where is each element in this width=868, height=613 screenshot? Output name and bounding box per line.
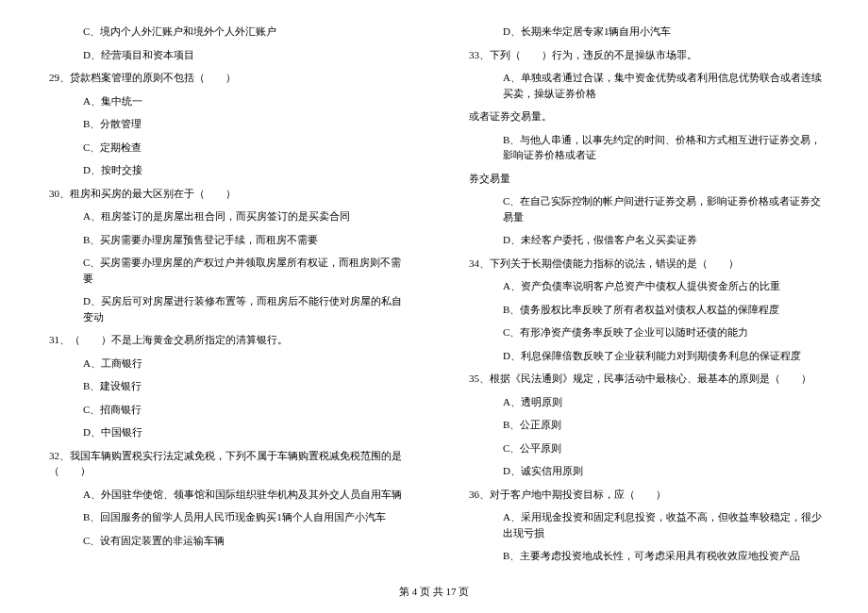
option-line: B、买房需要办理房屋预售登记手续，而租房不需要 xyxy=(38,232,410,248)
question-line: 31、（ ）不是上海黄金交易所指定的清算银行。 xyxy=(38,332,410,348)
option-line: A、租房签订的是房屋出租合同，而买房签订的是买卖合同 xyxy=(38,208,410,224)
option-line: A、透明原则 xyxy=(458,394,830,410)
option-line: D、长期来华定居专家1辆自用小汽车 xyxy=(458,24,830,40)
exam-page: C、境内个人外汇账户和境外个人外汇账户D、经营项目和资本项目29、贷款档案管理的… xyxy=(0,0,868,580)
option-line: A、资产负债率说明客户总资产中债权人提供资金所占的比重 xyxy=(458,278,830,294)
question-line: 35、根据《民法通则》规定，民事活动中最核心、最基本的原则是（ ） xyxy=(458,371,830,387)
page-footer: 第 4 页 共 17 页 xyxy=(0,580,868,599)
option-line: C、公平原则 xyxy=(458,440,830,456)
question-line: 33、下列（ ）行为，违反的不是操纵市场罪。 xyxy=(458,47,830,63)
option-line: A、采用现金投资和固定利息投资，收益不高，但收益率较稳定，很少出现亏损 xyxy=(458,509,830,540)
option-line: A、外国驻华使馆、领事馆和国际组织驻华机构及其外交人员自用车辆 xyxy=(38,487,410,503)
question-line: 29、贷款档案管理的原则不包括（ ） xyxy=(38,70,410,86)
option-line: D、经营项目和资本项目 xyxy=(38,47,410,63)
option-line: D、按时交接 xyxy=(38,162,410,178)
option-line: C、定期检查 xyxy=(38,140,410,156)
option-line: C、有形净资产债务率反映了企业可以随时还债的能力 xyxy=(458,324,830,340)
question-line: 30、租房和买房的最大区别在于（ ） xyxy=(38,186,410,202)
option-line: C、买房需要办理房屋的产权过户并领取房屋所有权证，而租房则不需要 xyxy=(38,255,410,286)
option-line: B、建设银行 xyxy=(38,378,410,394)
option-line: A、单独或者通过合谋，集中资金优势或者利用信息优势联合或者连续买卖，操纵证券价格 xyxy=(458,70,830,101)
continuation-line: 券交易量 xyxy=(458,171,830,187)
option-line: A、工商银行 xyxy=(38,356,410,372)
option-line: B、债务股权比率反映了所有者权益对债权人权益的保障程度 xyxy=(458,302,830,318)
option-line: D、利息保障倍数反映了企业获利能力对到期债务利息的保证程度 xyxy=(458,348,830,364)
option-line: C、设有固定装置的非运输车辆 xyxy=(38,533,410,549)
option-line: A、集中统一 xyxy=(38,93,410,109)
option-line: B、公正原则 xyxy=(458,417,830,433)
option-line: D、未经客户委托，假借客户名义买卖证券 xyxy=(458,232,830,248)
option-line: B、回国服务的留学人员用人民币现金购买1辆个人自用国产小汽车 xyxy=(38,509,410,525)
option-line: C、在自己实际控制的帐户间进行证券交易，影响证券价格或者证券交易量 xyxy=(458,193,830,224)
option-line: C、境内个人外汇账户和境外个人外汇账户 xyxy=(38,24,410,40)
option-line: D、买房后可对房屋进行装修布置等，而租房后不能行使对房屋的私自变动 xyxy=(38,293,410,324)
question-line: 36、对于客户地中期投资目标，应（ ） xyxy=(458,487,830,503)
question-line: 32、我国车辆购置税实行法定减免税，下列不属于车辆购置税减免税范围的是（ ） xyxy=(38,448,410,479)
question-line: 34、下列关于长期偿债能力指标的说法，错误的是（ ） xyxy=(458,256,830,272)
option-line: B、与他人串通，以事先约定的时间、价格和方式相互进行证券交易，影响证券价格或者证 xyxy=(458,132,830,163)
option-line: D、诚实信用原则 xyxy=(458,463,830,479)
option-line: D、中国银行 xyxy=(38,424,410,440)
continuation-line: 或者证券交易量。 xyxy=(458,108,830,124)
option-line: C、招商银行 xyxy=(38,402,410,418)
option-line: B、主要考虑投资地成长性，可考虑采用具有税收效应地投资产品 xyxy=(458,548,830,564)
option-line: B、分散管理 xyxy=(38,116,410,132)
